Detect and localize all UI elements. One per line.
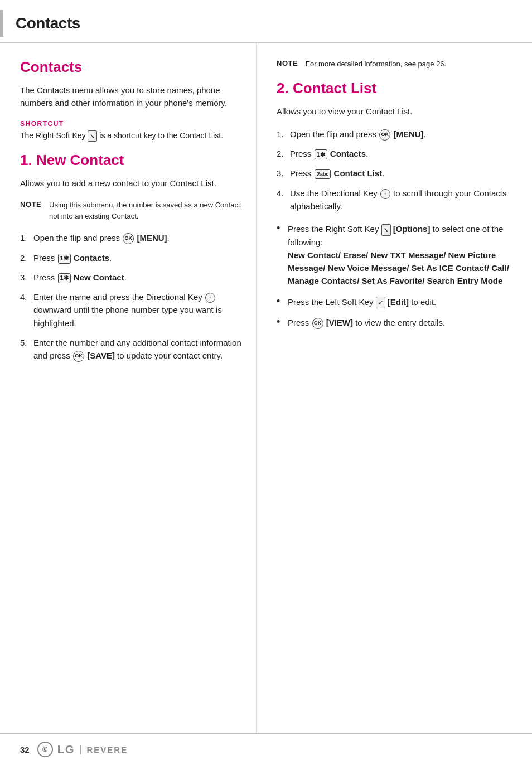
shortcut-text: The Right Soft Key ↘ is a shortcut key t… [20,130,243,142]
note-label: NOTE [20,200,43,221]
cl-step-2: 2. Press 1✱ Contacts. [277,147,516,160]
cl-step-4: 4. Use the Directional Key ◦ to scroll t… [277,187,516,213]
cl-step-1: 1. Open the flip and press OK [MENU]. [277,128,516,141]
right-soft-key-icon-r: ↘ [381,224,391,236]
left-column: Contacts The Contacts menu allows you to… [0,43,257,733]
left-soft-key-icon: ↙ [376,297,385,308]
right-note: NOTE For more detailed information, see … [277,59,516,70]
key-2-abc: 2abc [315,169,331,179]
ok-save-badge: OK [73,351,84,362]
revere-text: REVERE [80,745,128,754]
new-contact-note: NOTE Using this submenu, the number is s… [20,200,243,221]
contacts-section-title: Contacts [20,59,243,76]
left-accent [0,10,3,37]
new-contact-title: 1. New Contact [20,152,243,169]
ok-menu-badge-r: OK [379,129,390,141]
bullet-edit: • Press the Left Soft Key ↙ [Edit] to ed… [277,296,516,309]
step-5: 5. Enter the number and any additional c… [20,336,243,362]
ok-key-badge: OK [123,233,134,244]
step-3: 3. Press 1✱ New Contact. [20,271,243,284]
new-contact-steps: 1. Open the flip and press OK [MENU]. 2.… [20,231,243,362]
step-4: 4. Enter the name and press the Directio… [20,290,243,330]
contact-list-desc: Allows you to view your Contact List. [277,105,516,118]
right-column: NOTE For more detailed information, see … [257,43,532,733]
key-1-new-contact: 1✱ [58,273,71,283]
bullet-view: • Press OK [VIEW] to view the entry deta… [277,316,516,329]
new-contact-desc: Allows you to add a new contact to your … [20,177,243,190]
contact-list-steps: 1. Open the flip and press OK [MENU]. 2.… [277,128,516,212]
page-number: 32 [20,745,30,754]
key-1-r: 1✱ [315,149,327,159]
right-soft-key-icon: ↘ [88,130,97,142]
two-col-layout: Contacts The Contacts menu allows you to… [0,43,532,733]
right-note-label: NOTE [277,59,300,70]
shortcut-label: SHORTCUT [20,120,243,128]
contacts-intro-text: The Contacts menu allows you to store na… [20,84,243,110]
directional-key-icon: ◦ [205,293,215,303]
page-footer: 32 Ⓒ LG REVERE [0,733,532,765]
cl-step-3: 3. Press 2abc Contact List. [277,167,516,180]
lg-circle-icon: Ⓒ [37,742,53,757]
right-note-text: For more detailed information, see page … [306,59,446,70]
page-title: Contacts [16,14,80,32]
ok-view-badge: OK [312,318,323,329]
dir-key-r: ◦ [380,189,390,199]
lg-text: LG [57,743,75,756]
lg-logo: Ⓒ LG REVERE [37,742,128,757]
page-wrapper: Contacts Contacts The Contacts menu allo… [0,0,532,765]
step-1: 1. Open the flip and press OK [MENU]. [20,231,243,244]
contact-list-bullets: • Press the Right Soft Key ↘ [Options] t… [277,222,516,329]
note-text: Using this submenu, the number is saved … [49,200,243,221]
step-2: 2. Press 1✱ Contacts. [20,251,243,264]
page-header: Contacts [0,0,532,43]
bullet-options: • Press the Right Soft Key ↘ [Options] t… [277,222,516,288]
key-1-contacts: 1✱ [58,254,71,264]
contact-list-title: 2. Contact List [277,80,516,97]
